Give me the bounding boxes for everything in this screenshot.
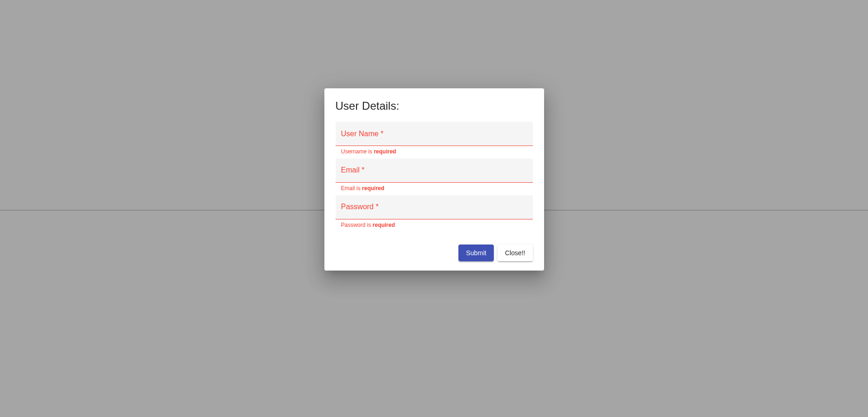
- password-error-hint: Password is required: [336, 219, 533, 232]
- password-input[interactable]: [336, 195, 533, 219]
- dialog-actions: Submit Close!!: [336, 245, 533, 261]
- submit-button[interactable]: Submit: [458, 245, 494, 261]
- username-input[interactable]: [336, 122, 533, 146]
- email-error-hint: Email is required: [336, 183, 533, 195]
- email-input-wrap[interactable]: Email *: [336, 159, 533, 183]
- username-input-wrap[interactable]: User Name *: [336, 122, 533, 146]
- username-error-prefix: Username is: [341, 148, 374, 155]
- email-input[interactable]: [336, 159, 533, 182]
- password-field: Password * Password is required: [336, 195, 533, 232]
- password-input-wrap[interactable]: Password *: [336, 195, 533, 219]
- username-error-hint: Username is required: [336, 146, 533, 159]
- password-error-prefix: Password is: [341, 222, 373, 228]
- password-error-strong: required: [373, 222, 395, 228]
- email-error-strong: required: [362, 185, 384, 192]
- user-details-dialog: User Details: User Name * Username is re…: [324, 88, 544, 271]
- username-error-strong: required: [374, 148, 396, 155]
- close-button[interactable]: Close!!: [498, 245, 533, 261]
- email-error-prefix: Email is: [341, 185, 362, 192]
- email-field: Email * Email is required: [336, 159, 533, 195]
- username-field: User Name * Username is required: [336, 122, 533, 159]
- dialog-title: User Details:: [336, 99, 533, 113]
